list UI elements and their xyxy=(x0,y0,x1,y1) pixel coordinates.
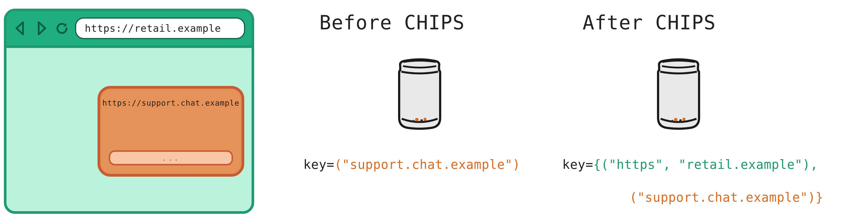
code-host-value: "support.chat.example" xyxy=(342,157,513,172)
back-icon[interactable] xyxy=(13,21,28,36)
svg-point-7 xyxy=(671,120,673,122)
browser-toolbar: https://retail.example xyxy=(6,11,252,48)
embedded-url-label: https://support.chat.example xyxy=(100,99,242,107)
code-paren-open: ( xyxy=(334,157,342,172)
heading-after: After CHIPS xyxy=(583,11,716,34)
browser-viewport: https://support.chat.example ... xyxy=(6,51,252,211)
reload-icon[interactable] xyxy=(54,21,69,36)
code-brace-open: {( xyxy=(593,157,609,172)
svg-point-6 xyxy=(682,118,685,121)
embedded-iframe: https://support.chat.example ... xyxy=(97,86,244,177)
cookie-jar-icon xyxy=(645,51,712,133)
code-close: )} xyxy=(808,190,823,205)
code-sep: , xyxy=(663,157,679,172)
code-paren-open: ( xyxy=(629,190,637,205)
svg-point-5 xyxy=(679,119,682,122)
before-key-code: key=("support.chat.example") xyxy=(303,157,520,172)
code-top-site: "retail.example" xyxy=(679,157,803,172)
code-close-comma: ), xyxy=(803,157,818,172)
address-bar[interactable]: https://retail.example xyxy=(75,18,245,39)
forward-icon[interactable] xyxy=(34,21,49,36)
code-scheme: "https" xyxy=(609,157,663,172)
svg-point-2 xyxy=(424,118,427,121)
chat-input-placeholder: ... xyxy=(162,154,180,162)
svg-point-3 xyxy=(412,120,414,122)
heading-before: Before CHIPS xyxy=(319,11,465,34)
svg-point-4 xyxy=(674,118,678,121)
after-key-code-line1: key={("https", "retail.example"), xyxy=(562,157,818,172)
code-key-prefix: key= xyxy=(562,157,593,172)
cookie-jar-icon xyxy=(386,51,453,133)
code-key-prefix: key= xyxy=(303,157,334,172)
browser-frame: https://retail.example https://support.c… xyxy=(4,9,254,214)
after-key-code-line2: ("support.chat.example")} xyxy=(629,190,823,205)
browser-window: https://retail.example https://support.c… xyxy=(4,9,254,214)
code-host-value: "support.chat.example" xyxy=(637,190,808,205)
code-paren-close: ) xyxy=(513,157,520,172)
address-bar-text: https://retail.example xyxy=(85,23,221,34)
svg-point-0 xyxy=(415,118,418,121)
chat-input[interactable]: ... xyxy=(109,150,233,165)
svg-point-1 xyxy=(420,119,423,122)
